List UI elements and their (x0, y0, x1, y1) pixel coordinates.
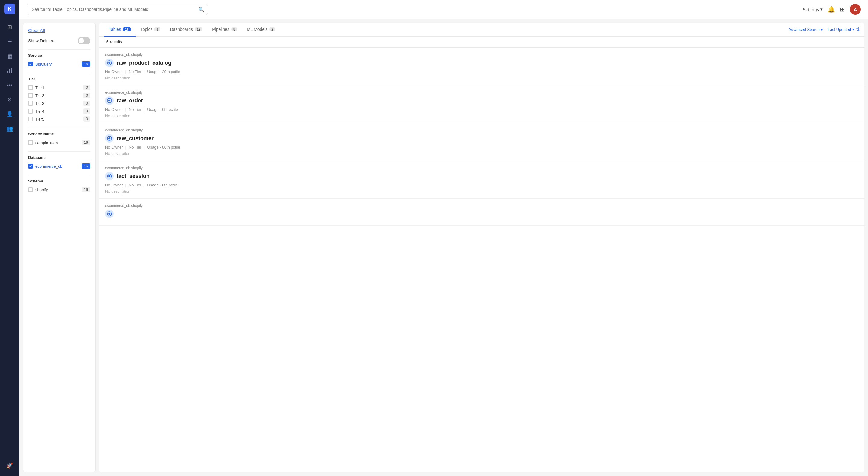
tier5-count: 0 (84, 116, 90, 122)
filter-item-tier5[interactable]: Tier5 0 (28, 115, 90, 123)
tier-section-title: Tier (28, 77, 90, 81)
tab-tables[interactable]: Tables 16 (104, 23, 136, 37)
sidebar-icon-home[interactable]: ⊞ (3, 21, 16, 34)
show-deleted-label: Show Deleted (28, 38, 54, 43)
search-icon[interactable]: 🔍 (198, 7, 204, 12)
tab-dashboards[interactable]: Dashboards 12 (165, 23, 208, 37)
filter-item-tier2[interactable]: Tier2 0 (28, 92, 90, 99)
sidebar-icon-users[interactable]: 👥 (3, 122, 16, 135)
bigquery-count: 16 (82, 61, 90, 67)
result-meta-2: No Owner | No Tier | Usage - 86th pctile (105, 145, 858, 149)
result-desc-0: No description (105, 76, 858, 80)
divider-2 (28, 73, 90, 73)
tab-pipelines-badge: 8 (231, 27, 237, 31)
results-area: Tables 16 Topics 6 Dashboards 12 Pipelin… (99, 23, 864, 472)
result-db-0: ecommerce_db.shopify (105, 53, 858, 57)
tier5-label: Tier5 (35, 117, 44, 122)
schema-section: Schema shopify 16 (28, 179, 90, 194)
result-meta-1: No Owner | No Tier | Usage - 0th pctile (105, 107, 858, 112)
sidebar-icon-list[interactable]: ☰ (3, 35, 16, 48)
show-deleted-row: Show Deleted (28, 37, 90, 44)
filter-item-tier1[interactable]: Tier1 0 (28, 84, 90, 92)
filter-item-tier3[interactable]: Tier3 0 (28, 99, 90, 107)
filter-panel: Clear All Show Deleted Service ✓ BigQuer… (23, 23, 95, 472)
filter-item-tier4[interactable]: Tier4 0 (28, 107, 90, 115)
apps-grid-icon[interactable]: ⊞ (840, 6, 845, 13)
service-section: Service ✓ BigQuery 16 (28, 53, 90, 68)
ecommerce-db-label: ecommerce_db (35, 164, 63, 169)
svg-point-4 (9, 84, 10, 86)
tabs-bar: Tables 16 Topics 6 Dashboards 12 Pipelin… (99, 23, 864, 37)
result-meta-3: No Owner | No Tier | Usage - 0th pctile (105, 183, 858, 187)
sidebar-icon-user[interactable]: 👤 (3, 107, 16, 121)
database-section-title: Database (28, 155, 90, 160)
show-deleted-toggle[interactable] (78, 37, 90, 44)
svg-point-11 (108, 100, 110, 101)
tab-topics[interactable]: Topics 6 (136, 23, 165, 37)
settings-button[interactable]: Settings ▾ (803, 7, 823, 12)
result-desc-3: No description (105, 189, 858, 194)
sidebar-icon-pipeline[interactable] (3, 78, 16, 92)
result-item-5[interactable]: ecommerce_db.shopify (99, 199, 864, 226)
sample-data-checkbox[interactable] (28, 140, 33, 145)
result-item-raw-order[interactable]: ecommerce_db.shopify raw_order No Owner … (99, 86, 864, 123)
body-area: Clear All Show Deleted Service ✓ BigQuer… (19, 19, 868, 476)
notification-bell-icon[interactable]: 🔔 (828, 6, 835, 13)
sidebar-icon-chart[interactable] (3, 64, 16, 77)
result-name-3: fact_session (117, 173, 150, 179)
tier4-checkbox[interactable] (28, 109, 33, 113)
ecommerce-db-count: 16 (82, 163, 90, 169)
tab-ml-models[interactable]: ML Models 2 (242, 23, 280, 37)
result-db-4: ecommerce_db.shopify (105, 204, 858, 208)
result-db-3: ecommerce_db.shopify (105, 166, 858, 170)
tab-dashboards-badge: 12 (195, 27, 203, 31)
tier1-count: 0 (84, 85, 90, 90)
sidebar-icon-gear[interactable]: ⚙ (3, 93, 16, 106)
filter-item-ecommerce-db[interactable]: ✓ ecommerce_db 16 (28, 162, 90, 170)
results-count-bar: 16 results (99, 37, 864, 48)
search-input[interactable] (27, 4, 208, 15)
chevron-down-icon: ▾ (852, 27, 855, 32)
shopify-count: 16 (82, 187, 90, 193)
result-icon-1 (105, 96, 114, 105)
svg-point-17 (108, 213, 110, 215)
tab-pipelines[interactable]: Pipelines 8 (207, 23, 242, 37)
tab-topics-badge: 6 (154, 27, 160, 31)
svg-point-15 (108, 175, 110, 177)
tier2-checkbox[interactable] (28, 93, 33, 98)
result-icon-0 (105, 59, 114, 67)
sidebar-icon-table[interactable]: ▦ (3, 49, 16, 63)
sidebar-icon-rocket[interactable]: 🚀 (3, 459, 16, 472)
avatar[interactable]: A (850, 4, 861, 15)
app-logo[interactable]: K (4, 4, 15, 14)
results-count: 16 results (104, 40, 122, 44)
svg-point-13 (108, 137, 110, 139)
last-updated-button[interactable]: Last Updated ▾ ⇅ (828, 27, 860, 32)
tier1-checkbox[interactable] (28, 85, 33, 90)
schema-section-title: Schema (28, 179, 90, 183)
ecommerce-db-checkbox[interactable]: ✓ (28, 164, 33, 169)
tier3-label: Tier3 (35, 101, 44, 106)
shopify-checkbox[interactable] (28, 187, 33, 192)
result-item-raw-customer[interactable]: ecommerce_db.shopify raw_customer No Own… (99, 123, 864, 161)
tabs-list: Tables 16 Topics 6 Dashboards 12 Pipelin… (104, 23, 788, 36)
clear-all-button[interactable]: Clear All (28, 28, 90, 33)
result-name-0: raw_product_catalog (117, 60, 172, 66)
sample-data-label: sample_data (35, 140, 58, 145)
bigquery-checkbox[interactable]: ✓ (28, 62, 33, 66)
filter-item-sample-data[interactable]: sample_data 16 (28, 139, 90, 146)
result-title-row-0: raw_product_catalog (105, 59, 858, 67)
topbar-actions: Settings ▾ 🔔 ⊞ A (803, 4, 861, 15)
filter-item-shopify[interactable]: shopify 16 (28, 186, 90, 194)
tier3-checkbox[interactable] (28, 101, 33, 106)
tabs-actions: Advanced Search ▾ Last Updated ▾ ⇅ (788, 27, 860, 32)
topbar: 🔍 Settings ▾ 🔔 ⊞ A (19, 0, 868, 19)
tier5-checkbox[interactable] (28, 116, 33, 122)
tab-tables-badge: 16 (123, 27, 130, 31)
advanced-search-button[interactable]: Advanced Search ▾ (788, 27, 823, 32)
result-item-fact-session[interactable]: ecommerce_db.shopify fact_session No Own… (99, 161, 864, 199)
result-db-1: ecommerce_db.shopify (105, 90, 858, 95)
filter-item-bigquery[interactable]: ✓ BigQuery 16 (28, 60, 90, 68)
result-item-raw-product-catalog[interactable]: ecommerce_db.shopify raw_product_catalog… (99, 48, 864, 86)
result-icon-4 (105, 210, 114, 218)
